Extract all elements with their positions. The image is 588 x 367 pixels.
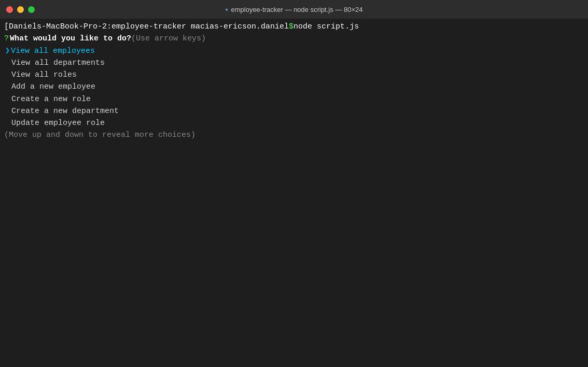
title-bar: ▪ employee-tracker — node script.js — 80… (0, 0, 588, 19)
menu-item-selected[interactable]: ❯ View all employees (4, 45, 584, 57)
maximize-button[interactable] (28, 6, 35, 13)
menu-item-5[interactable]: Create a new department (4, 105, 584, 117)
folder-icon: ▪ (226, 5, 228, 13)
terminal-content[interactable]: [Daniels-MacBook-Pro-2:employee-tracker … (0, 19, 588, 367)
question-line: ? What would you like to do? (Use arrow … (4, 33, 584, 45)
prompt-command: node script.js (293, 21, 359, 33)
close-button[interactable] (6, 6, 13, 13)
menu-item-label-0: View all employees (11, 45, 95, 57)
terminal-window: ▪ employee-tracker — node script.js — 80… (0, 0, 588, 367)
menu-item-3[interactable]: Add a new employee (4, 81, 584, 93)
menu-item-4[interactable]: Create a new role (4, 93, 584, 105)
question-mark: ? (4, 33, 9, 45)
hint-bottom: (Move up and down to reveal more choices… (4, 129, 584, 141)
selected-arrow: ❯ (5, 45, 10, 57)
traffic-lights (6, 6, 35, 13)
question-hint: (Use arrow keys) (131, 33, 206, 45)
menu-list: ❯ View all employees View all department… (4, 45, 584, 130)
window-title: employee-tracker — node script.js — 80×2… (231, 6, 362, 13)
prompt-path: [Daniels-MacBook-Pro-2:employee-tracker … (4, 21, 289, 33)
prompt-dollar: $ (289, 21, 293, 33)
menu-item-1[interactable]: View all departments (4, 57, 584, 69)
minimize-button[interactable] (17, 6, 24, 13)
menu-item-2[interactable]: View all roles (4, 69, 584, 81)
question-text: What would you like to do? (10, 33, 131, 45)
title-bar-text: ▪ employee-tracker — node script.js — 80… (226, 5, 363, 13)
menu-item-6[interactable]: Update employee role (4, 117, 584, 129)
prompt-line: [Daniels-MacBook-Pro-2:employee-tracker … (4, 21, 584, 33)
